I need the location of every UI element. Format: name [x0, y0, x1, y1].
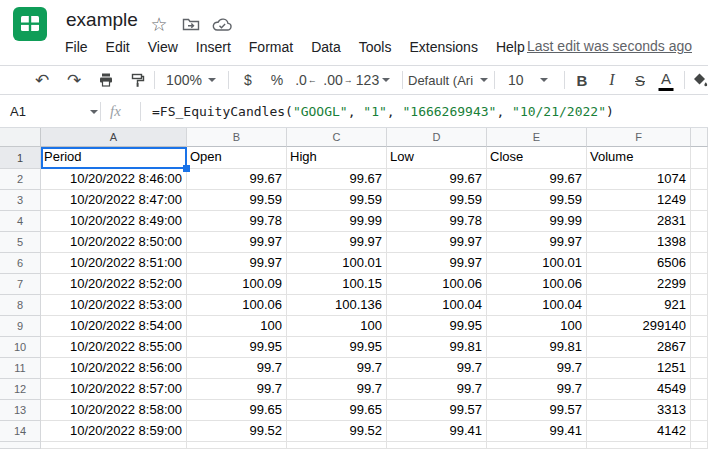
- cell-F13[interactable]: 3313: [587, 400, 691, 421]
- cell-F4[interactable]: 2831: [587, 211, 691, 232]
- cell-C12[interactable]: 99.7: [287, 379, 387, 400]
- cell-A1[interactable]: Period: [41, 147, 187, 169]
- cell-B8[interactable]: 100.06: [187, 295, 287, 316]
- cell-C5[interactable]: 99.97: [287, 232, 387, 253]
- decrease-decimal-button[interactable]: .0←: [292, 66, 320, 94]
- cell-A10[interactable]: 10/20/2022 8:55:00: [41, 337, 187, 358]
- cell-C14[interactable]: 99.52: [287, 421, 387, 442]
- cell-B7[interactable]: 100.09: [187, 274, 287, 295]
- cell-E3[interactable]: 99.59: [487, 190, 587, 211]
- cell-C7[interactable]: 100.15: [287, 274, 387, 295]
- menu-format[interactable]: Format: [240, 35, 302, 59]
- row-header-1[interactable]: 1: [0, 147, 41, 169]
- cell-A12[interactable]: 10/20/2022 8:57:00: [41, 379, 187, 400]
- cell-A13[interactable]: 10/20/2022 8:58:00: [41, 400, 187, 421]
- cell-C4[interactable]: 99.99: [287, 211, 387, 232]
- cell-D12[interactable]: 99.7: [387, 379, 487, 400]
- redo-button[interactable]: ↷: [62, 66, 86, 94]
- fill-color-button[interactable]: [690, 66, 708, 94]
- menu-insert[interactable]: Insert: [187, 35, 240, 59]
- cell-A9[interactable]: 10/20/2022 8:54:00: [41, 316, 187, 337]
- cell-D6[interactable]: 99.97: [387, 253, 487, 274]
- star-icon[interactable]: ☆: [148, 13, 170, 35]
- cell-D11[interactable]: 99.7: [387, 358, 487, 379]
- row-header-11[interactable]: 11: [0, 358, 41, 379]
- row-header-13[interactable]: 13: [0, 400, 41, 421]
- cell-D2[interactable]: 99.67: [387, 169, 487, 190]
- formula-input[interactable]: =FS_EquityCandles("GOOGL", "1", "1666269…: [152, 95, 614, 128]
- cell-E6[interactable]: 100.01: [487, 253, 587, 274]
- cell-F8[interactable]: 921: [587, 295, 691, 316]
- cell-C8[interactable]: 100.136: [287, 295, 387, 316]
- cell-F1[interactable]: Volume: [587, 147, 691, 169]
- cell-F7[interactable]: 2299: [587, 274, 691, 295]
- more-formats-button[interactable]: 123: [352, 66, 394, 94]
- cell-E4[interactable]: 99.99: [487, 211, 587, 232]
- cell-C11[interactable]: 99.7: [287, 358, 387, 379]
- cell-B13[interactable]: 99.65: [187, 400, 287, 421]
- strikethrough-button[interactable]: S: [628, 66, 652, 94]
- cell-C13[interactable]: 99.65: [287, 400, 387, 421]
- cell-E12[interactable]: 99.7: [487, 379, 587, 400]
- cell-B3[interactable]: 99.59: [187, 190, 287, 211]
- menu-tools[interactable]: Tools: [350, 35, 401, 59]
- menu-view[interactable]: View: [139, 35, 187, 59]
- cell-E14[interactable]: 99.41: [487, 421, 587, 442]
- row-header-6[interactable]: 6: [0, 253, 41, 274]
- cell-C10[interactable]: 99.95: [287, 337, 387, 358]
- italic-button[interactable]: I: [600, 66, 624, 94]
- percent-format-button[interactable]: %: [266, 66, 288, 94]
- column-header-A[interactable]: A: [41, 128, 187, 147]
- cloud-saved-icon[interactable]: [211, 13, 233, 35]
- row-header-4[interactable]: 4: [0, 211, 41, 232]
- cell-B9[interactable]: 100: [187, 316, 287, 337]
- column-header-C[interactable]: C: [287, 128, 387, 147]
- cell-B4[interactable]: 99.78: [187, 211, 287, 232]
- print-button[interactable]: [94, 66, 118, 94]
- cell-B11[interactable]: 99.7: [187, 358, 287, 379]
- cell-F2[interactable]: 1074: [587, 169, 691, 190]
- row-header-2[interactable]: 2: [0, 169, 41, 190]
- cell-F10[interactable]: 2867: [587, 337, 691, 358]
- cell-F11[interactable]: 1251: [587, 358, 691, 379]
- bold-button[interactable]: B: [570, 66, 594, 94]
- row-header-8[interactable]: 8: [0, 295, 41, 316]
- cell-A11[interactable]: 10/20/2022 8:56:00: [41, 358, 187, 379]
- cell-B1[interactable]: Open: [187, 147, 287, 169]
- sheets-logo-icon[interactable]: [13, 7, 47, 41]
- last-edit-link[interactable]: Last edit was seconds ago: [527, 38, 692, 54]
- menu-extensions[interactable]: Extensions: [400, 35, 486, 59]
- currency-format-button[interactable]: $: [238, 66, 258, 94]
- fill-handle[interactable]: [183, 165, 190, 172]
- name-box[interactable]: A1: [10, 95, 26, 128]
- font-size-select[interactable]: 10: [502, 66, 554, 94]
- text-color-button[interactable]: A: [654, 66, 678, 94]
- row-header-5[interactable]: 5: [0, 232, 41, 253]
- cell-A3[interactable]: 10/20/2022 8:47:00: [41, 190, 187, 211]
- cell-E13[interactable]: 99.57: [487, 400, 587, 421]
- row-header-12[interactable]: 12: [0, 379, 41, 400]
- cell-F12[interactable]: 4549: [587, 379, 691, 400]
- cell-A14[interactable]: 10/20/2022 8:59:00: [41, 421, 187, 442]
- menu-file[interactable]: File: [56, 35, 97, 59]
- cell-B14[interactable]: 99.52: [187, 421, 287, 442]
- cell-C1[interactable]: High: [287, 147, 387, 169]
- row-header-3[interactable]: 3: [0, 190, 41, 211]
- cell-A4[interactable]: 10/20/2022 8:49:00: [41, 211, 187, 232]
- cell-E10[interactable]: 99.81: [487, 337, 587, 358]
- row-header-14[interactable]: 14: [0, 421, 41, 442]
- font-select[interactable]: Default (Ari…: [408, 66, 488, 94]
- menu-data[interactable]: Data: [302, 35, 350, 59]
- cell-C2[interactable]: 99.67: [287, 169, 387, 190]
- column-header-D[interactable]: D: [387, 128, 487, 147]
- cell-C6[interactable]: 100.01: [287, 253, 387, 274]
- cell-D13[interactable]: 99.57: [387, 400, 487, 421]
- cell-D4[interactable]: 99.78: [387, 211, 487, 232]
- cell-B5[interactable]: 99.97: [187, 232, 287, 253]
- cell-E8[interactable]: 100.04: [487, 295, 587, 316]
- cell-D5[interactable]: 99.97: [387, 232, 487, 253]
- cell-E9[interactable]: 100: [487, 316, 587, 337]
- column-header-F[interactable]: F: [587, 128, 691, 147]
- cell-B2[interactable]: 99.67: [187, 169, 287, 190]
- row-header-9[interactable]: 9: [0, 316, 41, 337]
